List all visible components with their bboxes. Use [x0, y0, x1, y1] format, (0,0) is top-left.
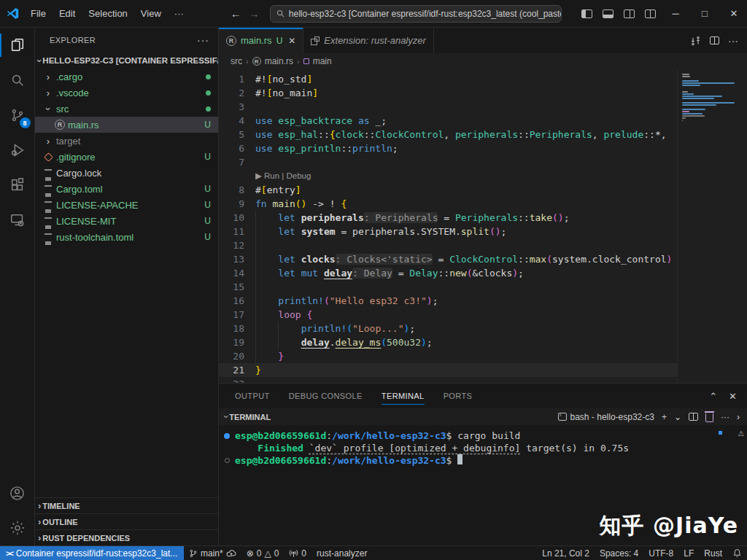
explorer-more-actions-icon[interactable]: ··· [197, 34, 209, 46]
explorer-icon[interactable] [0, 28, 35, 63]
tree-item-.cargo[interactable]: ›.cargo [35, 69, 218, 85]
menu-view[interactable]: View [135, 5, 167, 22]
remote-explorer-icon[interactable] [0, 203, 35, 238]
panel-tab-ports[interactable]: PORTS [444, 384, 473, 408]
breadcrumb-main-symbol[interactable]: main [313, 56, 332, 66]
vscode-logo-icon [0, 7, 25, 20]
codelens-run-debug[interactable]: ▶ Run | Debug [219, 169, 677, 183]
terminal-dropdown-icon[interactable]: ⌄ [674, 412, 681, 422]
rust-analyzer-status[interactable]: rust-analyzer [311, 548, 372, 559]
minimap[interactable] [677, 69, 740, 383]
radio-tower-icon [289, 549, 298, 558]
breadcrumb-main-rs[interactable]: main.rs [265, 56, 293, 66]
line-number: 2 [219, 86, 255, 100]
untracked-badge: U [204, 120, 211, 130]
chevron-down-icon: › [221, 415, 232, 418]
cursor-position[interactable]: Ln 21, Col 2 [537, 548, 595, 559]
editor-scrollbar[interactable] [740, 69, 747, 383]
chevron-down-icon: › [43, 103, 54, 114]
symbol-function-icon [303, 58, 309, 64]
terminal-more-actions-icon[interactable]: ··· [721, 412, 729, 422]
tree-item-label: .vscode [56, 88, 89, 98]
terminal-section-header[interactable]: › TERMINAL bash - hello-esp32-c3 + ⌄ ···… [219, 408, 747, 425]
extensions-icon[interactable] [0, 168, 35, 203]
breadcrumb: src › R main.rs › main [219, 53, 747, 69]
tab-main-rs[interactable]: R main.rs U ✕ [219, 28, 303, 53]
section-timeline[interactable]: › TIMELINE [35, 497, 218, 513]
tree-item-LICENSE-APACHE[interactable]: LICENSE-APACHEU [35, 197, 218, 213]
line-number: 17 [219, 308, 255, 322]
breadcrumb-src[interactable]: src [231, 56, 242, 66]
source-control-icon[interactable]: 8 [0, 98, 35, 133]
customize-layout-icon[interactable] [645, 9, 656, 18]
remote-indicator[interactable]: >< Container espressif/idf-rust:esp32c3_… [0, 546, 184, 560]
panel-tab-terminal[interactable]: TERMINAL [382, 384, 425, 408]
split-editor-icon[interactable] [710, 36, 719, 44]
line-number: 21 [219, 363, 255, 377]
language-mode[interactable]: Rust [699, 548, 727, 559]
open-changes-icon[interactable] [690, 36, 701, 46]
close-button[interactable]: ✕ [721, 0, 747, 28]
settings-gear-icon[interactable] [0, 510, 35, 545]
explorer-root-folder[interactable]: › HELLO-ESP32-C3 [CONTAINER ESPRESSIF/..… [35, 52, 218, 69]
code-line-19: 19 delay.delay_ms(500u32); [219, 335, 677, 349]
menu-more[interactable]: ··· [169, 5, 190, 22]
line-number: 16 [219, 294, 255, 308]
tree-item-.vscode[interactable]: ›.vscode [35, 85, 218, 101]
tree-item-rust-toolchain.toml[interactable]: rust-toolchain.tomlU [35, 229, 218, 245]
panel-expand-icon[interactable]: › [737, 412, 740, 422]
indentation-setting[interactable]: Spaces: 4 [595, 548, 643, 559]
section-outline[interactable]: › OUTLINE [35, 513, 218, 529]
git-branch-status[interactable]: main* [184, 548, 241, 559]
panel-close-icon[interactable]: ✕ [729, 391, 737, 402]
toggle-secondary-sidebar-icon[interactable] [624, 9, 635, 18]
line-number: 9 [219, 197, 255, 211]
close-tab-icon[interactable]: ✕ [288, 36, 295, 46]
tree-item-LICENSE-MIT[interactable]: LICENSE-MITU [35, 213, 218, 229]
tree-item-Cargo.lock[interactable]: Cargo.lock [35, 165, 218, 181]
maximize-button[interactable]: □ [692, 0, 718, 28]
tree-item-src[interactable]: ›src [35, 101, 218, 117]
minimap-line [682, 109, 705, 110]
command-center[interactable]: hello-esp32-c3 [Container espressif/idf-… [270, 5, 562, 23]
tree-item-target[interactable]: ›target [35, 133, 218, 149]
kill-terminal-icon[interactable] [705, 413, 713, 422]
split-terminal-icon[interactable] [689, 413, 698, 421]
line-number: 15 [219, 280, 255, 294]
search-icon[interactable] [0, 63, 35, 98]
menu-selection[interactable]: Selection [82, 5, 133, 22]
problems-status[interactable]: ⊗ 0 △ 0 [241, 548, 285, 559]
panel-collapse-icon[interactable]: ⌃ [709, 391, 717, 402]
minimap-line [682, 98, 714, 99]
minimap-line [682, 76, 690, 77]
root-folder-label: HELLO-ESP32-C3 [CONTAINER ESPRESSIF/... [42, 56, 218, 65]
terminal-instance-label[interactable]: bash - hello-esp32-c3 [558, 412, 654, 422]
code-line-16: 16 println!("Hello esp32 c3!"); [219, 294, 677, 308]
section-rust-dependencies[interactable]: › RUST DEPENDENCIES [35, 529, 218, 545]
tree-item-.gitignore[interactable]: .gitignoreU [35, 149, 218, 165]
notifications-bell-icon[interactable] [727, 548, 747, 558]
code-line-6: 6use esp_println::println; [219, 141, 677, 155]
toggle-sidebar-icon[interactable] [581, 9, 592, 18]
tab-extension-rust-analyzer[interactable]: Extension: rust-analyzer [303, 28, 433, 53]
tree-item-Cargo.toml[interactable]: Cargo.tomlU [35, 181, 218, 197]
encoding-setting[interactable]: UTF-8 [643, 548, 678, 559]
editor-more-actions-icon[interactable]: ··· [728, 35, 738, 47]
ports-status[interactable]: 0 [284, 548, 311, 559]
panel-tab-output[interactable]: OUTPUT [235, 384, 270, 408]
toggle-panel-icon[interactable] [603, 9, 614, 18]
panel-tab-debug-console[interactable]: DEBUG CONSOLE [289, 384, 363, 408]
back-button[interactable]: ← [231, 7, 241, 20]
run-debug-icon[interactable] [0, 133, 35, 168]
account-icon[interactable] [0, 475, 35, 510]
minimize-button[interactable]: ─ [662, 0, 689, 28]
tree-item-main.rs[interactable]: Rmain.rsU [35, 117, 218, 133]
line-number [219, 169, 255, 183]
menu-file[interactable]: File [25, 5, 52, 22]
eol-setting[interactable]: LF [678, 548, 699, 559]
code-editor[interactable]: 1#![no_std]2#![no_main]34use esp_backtra… [219, 69, 677, 383]
minimap-line [682, 74, 689, 75]
menu-edit[interactable]: Edit [53, 5, 81, 22]
forward-button[interactable]: → [249, 7, 260, 20]
new-terminal-icon[interactable]: + [662, 412, 667, 422]
